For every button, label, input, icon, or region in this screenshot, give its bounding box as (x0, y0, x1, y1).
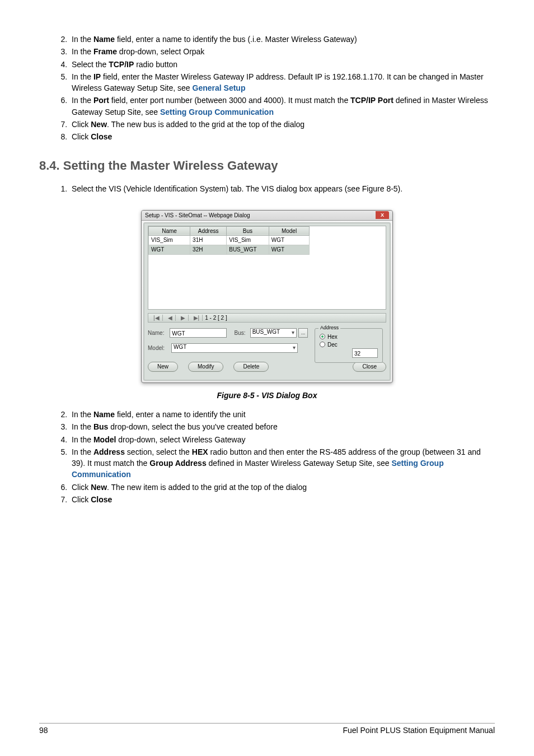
bottom-instruction-list: In the Name field, enter a name to ident… (39, 409, 495, 505)
address-legend: Address (318, 325, 340, 330)
list-item: In the Name field, enter a name to ident… (69, 34, 495, 45)
dec-radio[interactable] (320, 342, 325, 347)
top-instruction-list: In the Name field, enter a name to ident… (39, 34, 495, 143)
pager-label: 1 - 2 [ 2 ] (205, 315, 227, 321)
col-bus[interactable]: Bus (227, 226, 269, 235)
modify-button[interactable]: Modify (188, 362, 223, 372)
pager-prev-icon[interactable]: ◀ (165, 315, 176, 321)
list-item: Click New. The new bus is added to the g… (69, 119, 495, 130)
bus-select[interactable]: BUS_WGT (250, 328, 297, 338)
mid-instruction-list: Select the VIS (Vehicle Identification S… (39, 183, 495, 194)
pager-last-icon[interactable]: ▶| (191, 315, 203, 321)
dialog-window: Setup - VIS - SiteOmat -- Webpage Dialog… (141, 210, 393, 383)
close-icon[interactable]: X (376, 211, 389, 219)
list-item: In the Address section, select the HEX r… (69, 446, 495, 480)
section-heading: 8.4. Setting the Master Wireless Gateway (39, 158, 495, 173)
list-item: Click Close (69, 131, 495, 142)
list-item: In the Frame drop-down, select Orpak (69, 46, 495, 57)
vis-grid: Name Address Bus Model VIS_Sim 31H VIS_S… (148, 226, 386, 310)
name-field[interactable]: WGT (170, 328, 226, 338)
delete-button[interactable]: Delete (233, 362, 269, 372)
hex-radio[interactable] (320, 334, 325, 339)
list-item: Click Close (69, 494, 495, 505)
close-button[interactable]: Close (353, 362, 386, 372)
col-model[interactable]: Model (269, 226, 310, 235)
page-number: 98 (39, 726, 48, 735)
list-item: In the Name field, enter a name to ident… (69, 409, 495, 420)
pager-first-icon[interactable]: |◀ (151, 315, 163, 321)
dialog-titlebar: Setup - VIS - SiteOmat -- Webpage Dialog… (142, 211, 392, 221)
model-select[interactable]: WGT (171, 343, 298, 353)
dec-label: Dec (327, 342, 338, 348)
list-item: Select the TCP/IP radio button (69, 59, 495, 70)
col-name[interactable]: Name (149, 226, 190, 235)
grid-header-row: Name Address Bus Model (149, 226, 310, 235)
bus-more-button[interactable]: ... (298, 328, 308, 338)
pager-next-icon[interactable]: ▶ (178, 315, 189, 321)
pager: |◀ ◀ ▶ ▶| 1 - 2 [ 2 ] (148, 313, 386, 323)
general-setup-link[interactable]: General Setup (193, 83, 246, 92)
list-item: In the IP field, enter the Master Wirele… (69, 71, 495, 94)
dialog-title: Setup - VIS - SiteOmat -- Webpage Dialog (145, 212, 250, 218)
model-label: Model: (148, 345, 171, 351)
list-item: Click New. The new item is added to the … (69, 482, 495, 493)
list-item: In the Model drop-down, select Wireless … (69, 434, 495, 445)
list-item: Select the VIS (Vehicle Identification S… (69, 183, 495, 194)
vis-dialog-figure: Setup - VIS - SiteOmat -- Webpage Dialog… (141, 210, 393, 383)
address-fieldset: Address Hex Dec 32 (315, 328, 383, 363)
list-item: In the Bus drop-down, select the bus you… (69, 421, 495, 432)
new-button[interactable]: New (148, 362, 178, 372)
table-row[interactable]: WGT 32H BUS_WGT WGT (149, 245, 310, 254)
table-row[interactable]: VIS_Sim 31H VIS_Sim WGT (149, 235, 310, 245)
bus-label: Bus: (235, 330, 250, 336)
name-label: Name: (148, 330, 170, 336)
col-address[interactable]: Address (190, 226, 227, 235)
manual-title: Fuel Point PLUS Station Equipment Manual (343, 726, 495, 735)
figure-caption: Figure 8-5 - VIS Dialog Box (39, 391, 495, 400)
address-field[interactable]: 32 (352, 348, 378, 358)
list-item: In the Port field, enter port number (be… (69, 95, 495, 118)
setting-group-comm-link[interactable]: Setting Group Communication (160, 108, 274, 116)
hex-label: Hex (327, 334, 338, 340)
page-footer: 98 Fuel Point PLUS Station Equipment Man… (39, 723, 495, 735)
